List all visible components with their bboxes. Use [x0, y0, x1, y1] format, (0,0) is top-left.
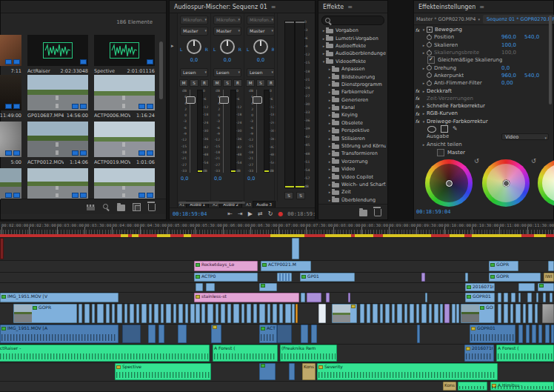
- timeline-clip-slice[interactable]: [130, 304, 134, 323]
- timeline-clip[interactable]: [425, 293, 427, 302]
- effect-group-row[interactable]: fx▸Schnelle Farbkorrektur: [414, 102, 549, 110]
- timeline-clip[interactable]: [518, 325, 523, 343]
- stopwatch-icon[interactable]: [427, 65, 432, 70]
- fx-toggle-icon[interactable]: fx: [414, 111, 421, 116]
- effect-property-row[interactable]: ▸Skalieren100,0: [414, 41, 549, 49]
- effects-tree-item[interactable]: ▸Vorgaben: [318, 27, 386, 34]
- effects-tree-item[interactable]: ▸Audioüberblendungen: [318, 50, 386, 57]
- effect-controls-tab[interactable]: Effekteinstellungen: [418, 4, 475, 10]
- timeline-clip-slice[interactable]: [528, 304, 533, 323]
- panel-menu-icon[interactable]: ≡: [347, 4, 353, 10]
- pan-knob[interactable]: [187, 39, 201, 54]
- timeline-clip[interactable]: A Himitsu -: [490, 382, 554, 391]
- effects-tree-item[interactable]: ▸Video Copilot: [318, 173, 386, 180]
- highlights-color-wheel[interactable]: [538, 159, 554, 207]
- ellipse-mask-icon[interactable]: [427, 126, 436, 133]
- timeline-clip-slice[interactable]: [124, 304, 127, 323]
- timeline-clip-slice[interactable]: [410, 304, 414, 323]
- effect-property-row[interactable]: ▸Anti-Flimmer-Filter0,00: [414, 79, 549, 87]
- timeline-clip-slice[interactable]: [498, 304, 501, 323]
- timeline-clip-slice[interactable]: [504, 304, 508, 323]
- effects-tree-item[interactable]: ▸Kanal: [318, 104, 386, 111]
- timeline-clip-slice[interactable]: [166, 304, 171, 323]
- automation-mode-dropdown[interactable]: Lesen: [213, 68, 241, 77]
- timeline-clip[interactable]: [0, 238, 4, 259]
- timeline-clip-slice[interactable]: [149, 304, 152, 323]
- timeline-clip-slice[interactable]: [421, 304, 427, 323]
- project-item[interactable]: ACTP0019.MOV1:01:06: [94, 122, 155, 166]
- wheel-center-handle[interactable]: [446, 180, 453, 187]
- timeline-clip[interactable]: [532, 325, 536, 343]
- timeline-clip[interactable]: GP01: [300, 273, 355, 282]
- timeline-clip[interactable]: [545, 325, 550, 343]
- timeline-clip[interactable]: [465, 273, 468, 282]
- timeline-clip[interactable]: GOPR: [489, 273, 541, 282]
- timeline-clip-slice[interactable]: [196, 304, 200, 323]
- timeline-clip[interactable]: Kons: [302, 363, 316, 380]
- output-assign-dropdown[interactable]: Master: [213, 27, 241, 36]
- timeline-clip[interactable]: GOPR: [13, 304, 77, 323]
- automation-mode-dropdown[interactable]: Lesen: [247, 68, 275, 77]
- timeline-clip-slice[interactable]: [510, 304, 513, 323]
- timeline-clip-slice[interactable]: [385, 304, 390, 323]
- stopwatch-icon[interactable]: [427, 50, 432, 56]
- timeline-clip[interactable]: [178, 325, 187, 343]
- timeline-clip[interactable]: [259, 363, 276, 380]
- timeline-clip-slice[interactable]: [173, 304, 176, 323]
- timeline-clip[interactable]: [196, 283, 203, 291]
- pan-value[interactable]: 0,0: [179, 57, 209, 63]
- record-button[interactable]: ●: [278, 209, 283, 219]
- timeline-clip[interactable]: [511, 293, 515, 302]
- timeline-clip[interactable]: [498, 293, 501, 302]
- mixer-scrollbar[interactable]: [178, 202, 245, 204]
- mute-button[interactable]: M: [179, 79, 188, 87]
- timeline-clip-slice[interactable]: [178, 304, 183, 323]
- stopwatch-icon[interactable]: [427, 35, 432, 40]
- effects-tree-item[interactable]: ▸Überblendung: [318, 196, 386, 203]
- timeline-clip-slice[interactable]: [452, 304, 455, 323]
- effects-tree-item[interactable]: ▸Lumetri-Vorgaben: [318, 34, 386, 41]
- record-arm-button[interactable]: R: [233, 79, 242, 87]
- timeline-clip[interactable]: [277, 325, 292, 343]
- output-assign-dropdown[interactable]: Master: [247, 27, 275, 36]
- timeline-clip-slice[interactable]: [373, 304, 378, 323]
- shadows-color-wheel[interactable]: [425, 159, 473, 207]
- timeline-clip[interactable]: A Forest (: [496, 345, 554, 362]
- timeline-clip-slice[interactable]: [397, 304, 402, 323]
- pen-mask-icon[interactable]: ✎: [453, 126, 458, 132]
- timeline-clip[interactable]: ACTP0: [194, 273, 258, 282]
- timeline-clip[interactable]: [206, 283, 215, 291]
- effects-tree-item[interactable]: ▸Weich- und Scharfzeichn.: [318, 181, 386, 188]
- effect-property-row[interactable]: Ankerpunkt960,0540,0: [414, 72, 549, 79]
- timeline-clip[interactable]: GOPR01: [465, 293, 495, 302]
- timeline-clip-slice[interactable]: [79, 304, 82, 323]
- timeline-clip[interactable]: IMG_1951.MOV [A: [0, 325, 119, 343]
- rect-mask-icon[interactable]: [441, 125, 448, 133]
- play-in-out-button[interactable]: ⇄: [258, 209, 263, 219]
- timeline-clip-slice[interactable]: [84, 304, 90, 323]
- timeline-clip[interactable]: [332, 304, 357, 323]
- chevron-icon[interactable]: ▸: [421, 142, 427, 147]
- panel-menu-icon[interactable]: ≡: [271, 4, 276, 10]
- mute-button[interactable]: M: [246, 79, 255, 87]
- output-select[interactable]: Video: [501, 133, 549, 140]
- timeline-clip-slice[interactable]: [434, 304, 438, 323]
- timeline-clip[interactable]: GOPR: [489, 261, 518, 271]
- effects-search-input[interactable]: [321, 16, 384, 25]
- chevron-icon[interactable]: ▸: [421, 111, 427, 116]
- timeline-clip-slice[interactable]: [201, 304, 205, 323]
- property-value[interactable]: 960,0: [501, 73, 516, 79]
- project-item[interactable]: Spective2:01:01116: [94, 35, 155, 75]
- timeline-ruler[interactable]: 00:02:00:0000:02:30:0000:03:00:0000:03:3…: [0, 222, 554, 235]
- project-item[interactable]: 7:11: [0, 35, 21, 75]
- timeline-clip-slice[interactable]: [221, 304, 225, 323]
- effects-tree-item[interactable]: ▸Störung und Körnung: [318, 142, 386, 150]
- timeline-clip-slice[interactable]: [456, 304, 459, 323]
- mute-button[interactable]: M: [213, 79, 221, 87]
- timeline-clip[interactable]: A Forest (: [213, 345, 278, 362]
- fx-toggle-icon[interactable]: fx: [414, 88, 421, 93]
- pan-value[interactable]: 0,0: [246, 57, 276, 63]
- master-solo-button[interactable]: S: [284, 192, 293, 199]
- fader-handle[interactable]: [253, 96, 262, 104]
- chevron-icon[interactable]: ▸: [421, 89, 427, 93]
